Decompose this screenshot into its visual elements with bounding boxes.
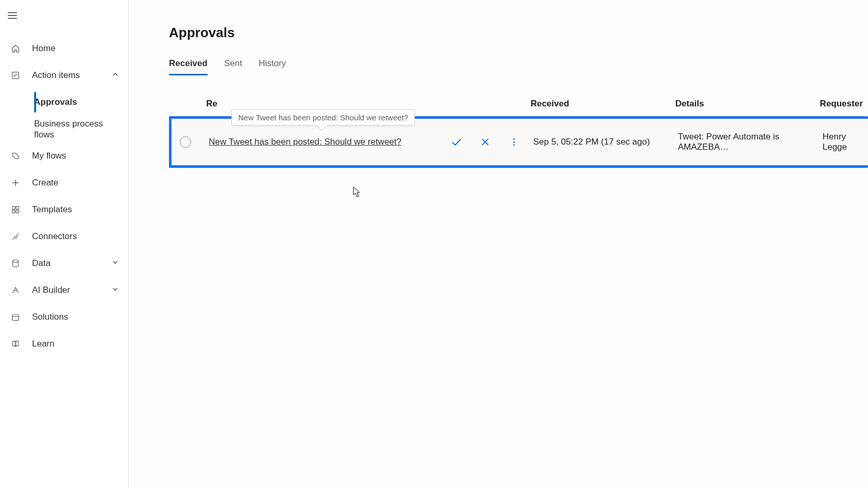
connectors-icon	[9, 232, 22, 241]
hamburger-icon	[7, 10, 18, 21]
svg-point-7	[514, 138, 515, 140]
approvals-table: Re Received Details Requester New Tweet …	[169, 99, 868, 168]
nav: Home Action items Approvals Business pro…	[0, 35, 128, 357]
sidebar-item-connectors[interactable]: Connectors	[0, 223, 128, 250]
chevron-down-icon	[112, 285, 119, 295]
sidebar-item-solutions[interactable]: Solutions	[0, 304, 128, 330]
sidebar-item-label: Learn	[32, 338, 119, 349]
row-details-cell: Tweet: Power Automate is AMAZEBA…	[678, 132, 823, 152]
more-actions-button[interactable]	[507, 135, 521, 149]
tooltip: New Tweet has been posted: Should we ret…	[231, 109, 415, 125]
plus-icon	[9, 178, 22, 187]
main-content: Approvals Received Sent History Re Recei…	[129, 0, 868, 488]
ai-builder-icon	[9, 286, 22, 295]
hamburger-menu-button[interactable]	[0, 5, 25, 26]
svg-point-5	[13, 260, 19, 262]
sidebar-item-templates[interactable]: Templates	[0, 196, 128, 223]
svg-rect-1	[12, 207, 15, 209]
tab-sent[interactable]: Sent	[224, 58, 242, 75]
more-vertical-icon	[509, 137, 519, 147]
sidebar-item-business-process-flows[interactable]: Business process flows	[34, 116, 128, 143]
sidebar-item-label: Templates	[32, 204, 119, 215]
sidebar-item-label: Create	[32, 177, 119, 188]
sidebar-item-action-items[interactable]: Action items	[0, 62, 128, 89]
row-received-cell: Sep 5, 05:22 PM (17 sec ago)	[533, 137, 678, 147]
data-icon	[9, 259, 22, 268]
chevron-down-icon	[112, 258, 119, 269]
chevron-up-icon	[112, 70, 119, 81]
reject-button[interactable]	[478, 135, 492, 149]
row-select-cell	[177, 136, 209, 148]
learn-icon	[9, 339, 22, 349]
x-icon	[479, 136, 491, 148]
svg-rect-4	[16, 210, 19, 213]
row-actions	[450, 135, 521, 149]
sidebar-item-my-flows[interactable]: My flows	[0, 143, 128, 169]
svg-point-9	[514, 144, 515, 146]
column-header-requester[interactable]: Requester	[820, 99, 863, 109]
sidebar-item-label: Approvals	[34, 97, 119, 107]
sidebar-item-label: Connectors	[32, 231, 119, 242]
sidebar-item-label: My flows	[32, 150, 119, 161]
page-title: Approvals	[169, 25, 868, 41]
cursor-icon	[352, 186, 362, 198]
solutions-icon	[9, 312, 22, 322]
sidebar-item-create[interactable]: Create	[0, 169, 128, 196]
templates-icon	[9, 205, 22, 214]
approval-request-link[interactable]: New Tweet has been posted: Should we ret…	[209, 137, 401, 147]
home-icon	[9, 44, 22, 53]
checklist-icon	[9, 71, 22, 80]
sidebar-item-label: AI Builder	[32, 285, 112, 295]
sidebar-item-label: Solutions	[32, 311, 119, 322]
tab-received[interactable]: Received	[169, 58, 208, 75]
flow-icon	[9, 151, 22, 161]
row-request-cell: New Tweet has been posted: Should we ret…	[209, 135, 533, 149]
row-select-radio[interactable]	[180, 136, 191, 148]
sidebar-item-learn[interactable]: Learn	[0, 330, 128, 357]
sidebar-item-home[interactable]: Home	[0, 35, 128, 62]
sidebar-subnav-action-items: Approvals Business process flows	[0, 89, 128, 143]
approve-button[interactable]	[450, 135, 463, 149]
column-header-details[interactable]: Details	[675, 99, 820, 109]
sidebar-item-label: Business process flows	[34, 118, 119, 140]
sidebar-item-label: Action items	[32, 70, 112, 81]
sidebar-item-approvals[interactable]: Approvals	[34, 89, 128, 116]
column-header-request[interactable]: Re	[206, 99, 531, 109]
table-row[interactable]: New Tweet has been posted: Should we ret…	[172, 121, 868, 163]
column-header-received[interactable]: Received	[531, 99, 675, 109]
check-icon	[450, 136, 462, 148]
tab-history[interactable]: History	[259, 58, 286, 75]
svg-rect-3	[12, 210, 15, 213]
table-row-highlight: New Tweet has been posted: Should we ret…	[169, 116, 868, 168]
sidebar: Home Action items Approvals Business pro…	[0, 0, 129, 488]
svg-point-8	[514, 141, 515, 143]
svg-rect-6	[12, 315, 19, 321]
row-requester-cell: Henry Legge	[823, 132, 863, 152]
sidebar-item-ai-builder[interactable]: AI Builder	[0, 277, 128, 304]
sidebar-item-label: Data	[32, 258, 112, 269]
sidebar-item-data[interactable]: Data	[0, 250, 128, 277]
svg-rect-2	[16, 207, 19, 209]
tabs: Received Sent History	[169, 58, 868, 75]
sidebar-item-label: Home	[32, 43, 119, 54]
